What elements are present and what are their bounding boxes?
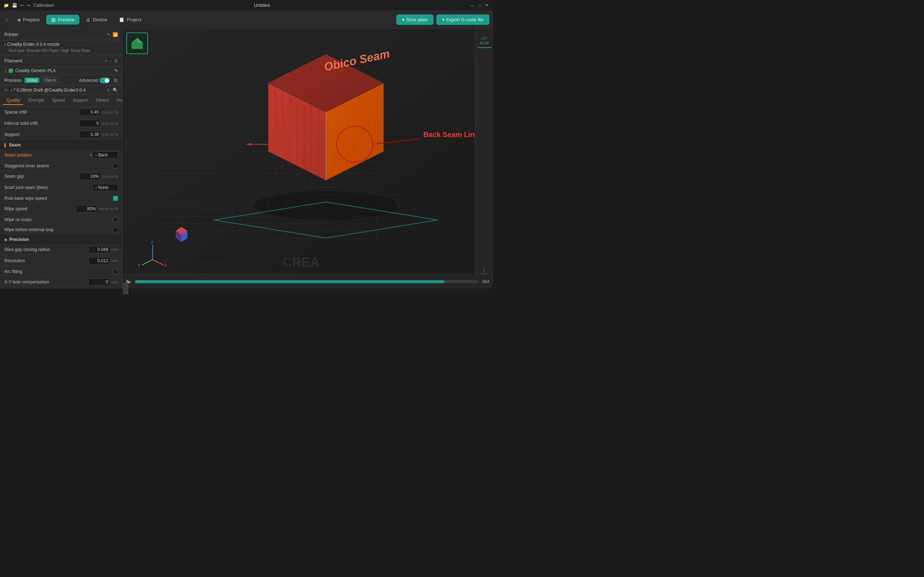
svg-point-57 — [254, 191, 398, 220]
filament-title: Filament — [4, 58, 23, 63]
remove-filament-icon[interactable]: − — [109, 58, 112, 63]
global-tag[interactable]: Global — [24, 77, 39, 83]
sparse-infill-row: Sparse infill mm or % — [0, 107, 122, 118]
layer-number: 364 — [482, 279, 489, 284]
home-button[interactable]: ⌂ — [3, 15, 11, 24]
project-tab[interactable]: 📋 Project — [114, 15, 146, 24]
minimize-button[interactable]: — — [470, 3, 475, 8]
seam-position-row: Seam position ↻ › Back — [0, 150, 122, 161]
project-label: Project — [127, 17, 141, 23]
device-icon: 🖨 — [86, 17, 90, 23]
seam-position-dropdown[interactable]: › Back — [93, 152, 118, 159]
file-icon[interactable]: 📁 — [3, 3, 9, 8]
ruler-indicator[interactable] — [477, 47, 492, 48]
ruler-right: 157 43.88 1 0.20 — [475, 29, 493, 288]
svg-text:Y: Y — [137, 263, 141, 268]
undo-icon[interactable]: ↩ — [20, 3, 24, 8]
slice-gap-input[interactable] — [89, 246, 110, 253]
printer-title: Printer — [4, 32, 18, 37]
support-row: Support mm or % — [0, 129, 122, 140]
arc-fitting-checkbox[interactable] — [113, 269, 118, 274]
seam-group-icon: ▌ — [4, 143, 7, 147]
wipe-speed-label: Wipe speed — [4, 206, 76, 211]
resolution-input[interactable] — [89, 257, 110, 264]
support-unit: mm or % — [102, 132, 118, 137]
role-base-checkbox[interactable]: ✓ — [113, 196, 118, 201]
tab-speed[interactable]: Speed — [49, 96, 69, 105]
process-actions-icon[interactable]: ⚙ — [113, 77, 118, 83]
slice-plate-label: Slice plate — [406, 17, 428, 23]
close-button[interactable]: ✕ — [485, 3, 489, 8]
device-tab[interactable]: 🖨 Device — [81, 15, 112, 24]
scarf-joint-value: None — [98, 185, 109, 190]
seam-position-value: Back — [98, 153, 108, 158]
support-label: Support — [4, 132, 79, 137]
role-base-row: Role base wipe speed ✓ — [0, 193, 122, 203]
filament-section: Filament + − ⚙ 1 Creality Generic PLA ✎ — [0, 55, 122, 75]
wifi-icon[interactable]: 📶 — [113, 32, 118, 37]
printer-name: › Creality Ender-3 0.4 nozzle — [0, 40, 122, 48]
scarf-joint-row: Scarf joint seam (beta) › None — [0, 182, 122, 193]
wipe-loops-checkbox[interactable] — [113, 217, 118, 222]
scarf-joint-dropdown[interactable]: › None — [93, 184, 118, 191]
preview-label: Preview — [58, 17, 74, 23]
xy-hole-input[interactable] — [89, 279, 110, 285]
edit-printer-icon[interactable]: ✎ — [107, 32, 110, 37]
save-icon[interactable]: 💾 — [12, 3, 17, 8]
tab-others[interactable]: Others — [92, 96, 112, 105]
support-input[interactable] — [79, 131, 101, 138]
bed-type-label: Bed type — [9, 48, 24, 53]
filament-name[interactable]: Creality Generic PLA — [15, 68, 56, 73]
preview-tab[interactable]: ▤ Preview — [46, 15, 79, 24]
canvas-area: 🎨 Color scheme › Line Type — [123, 29, 493, 288]
seam-position-label[interactable]: Seam position — [4, 153, 89, 158]
printer-name-label[interactable]: Creality Ender-3 0.4 nozzle — [7, 42, 60, 47]
copy-profile-icon[interactable]: ⎘ — [107, 88, 110, 93]
profile-name[interactable]: * 0.28mm Draft @Creality Ender3 0.4 — [14, 88, 106, 93]
staggered-row: Staggered inner seams — [0, 161, 122, 171]
sidebar: Printer ✎ 📶 › Creality Ender-3 0.4 nozzl… — [0, 29, 123, 288]
project-icon: 📋 — [119, 17, 124, 23]
prepare-tab[interactable]: ◈ Prepare — [12, 15, 45, 24]
sparse-infill-unit: mm or % — [102, 110, 118, 114]
calibration-label[interactable]: Calibration — [33, 3, 54, 8]
resolution-unit: mm — [111, 259, 118, 263]
seam-reset-icon[interactable]: ↻ — [89, 153, 93, 158]
maximize-button[interactable]: □ — [477, 3, 482, 8]
search-profile-icon[interactable]: 🔍 — [113, 88, 118, 93]
svg-marker-1 — [137, 38, 142, 43]
advanced-toggle[interactable] — [100, 77, 110, 83]
add-filament-icon[interactable]: + — [105, 58, 107, 63]
staggered-checkbox[interactable] — [113, 163, 118, 168]
ruler-top-sub: 43.88 — [480, 41, 489, 45]
titlebar-left: 📁 💾 ↩ ↪ Calibration — [3, 3, 54, 8]
progress-track[interactable] — [135, 280, 478, 283]
bed-type-value[interactable]: Smooth PEI Plate / High Temp Plate — [27, 48, 90, 53]
export-label: Export G-code file — [446, 17, 484, 23]
sidebar-collapse-button[interactable]: ‹ — [123, 283, 129, 288]
process-title: Process — [4, 77, 21, 83]
seam-gap-input[interactable] — [79, 173, 101, 180]
internal-solid-input[interactable] — [79, 120, 101, 127]
preview-icon: ▤ — [51, 17, 56, 23]
slice-dropdown-icon[interactable]: ▾ — [402, 17, 405, 23]
wipe-external-checkbox[interactable] — [113, 227, 118, 232]
tab-notes[interactable]: Notes — [113, 96, 123, 105]
bed-type: Bed type: Smooth PEI Plate / High Temp P… — [0, 48, 122, 55]
seam-gap-row: Seam gap mm or % — [0, 171, 122, 182]
tab-strength[interactable]: Strength — [24, 96, 48, 105]
tab-support[interactable]: Support — [69, 96, 91, 105]
objects-tag[interactable]: Objects — [42, 77, 59, 83]
slice-plate-button[interactable]: ▾ Slice plate — [396, 15, 433, 25]
settings-filament-icon[interactable]: ⚙ — [114, 58, 118, 63]
device-label: Device — [93, 17, 107, 23]
export-gcode-button[interactable]: ▾ Export G-code file — [436, 15, 489, 25]
settings-list: Sparse infill mm or % Internal solid inf… — [0, 107, 122, 288]
tab-quality[interactable]: Quality — [3, 96, 23, 105]
edit-filament-icon[interactable]: ✎ — [115, 68, 118, 73]
redo-icon[interactable]: ↪ — [27, 3, 30, 8]
wipe-speed-input[interactable] — [76, 205, 97, 213]
xy-contour-row: X-Y contour compensation mm — [0, 288, 122, 288]
sparse-infill-input[interactable] — [79, 108, 101, 116]
arc-fitting-label: Arc fitting — [4, 269, 113, 274]
